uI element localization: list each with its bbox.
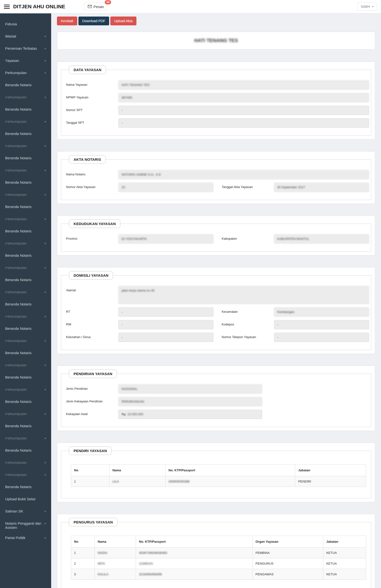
kelurahan-field: - [118, 333, 213, 342]
kabupaten-field: KABUPATEN BANTUL [274, 234, 369, 244]
section-title: PENGURUS YAYASAN [69, 518, 117, 526]
provinsi-field: DI YOGYAKARTA [118, 234, 213, 244]
expand-plus-icon: + [44, 338, 46, 343]
sidebar-item[interactable]: Partai Politik + [0, 532, 51, 544]
pesan-button[interactable]: Pesan [84, 3, 107, 11]
sidebar-item[interactable]: Perkumpulan + [0, 286, 51, 298]
sidebar-item[interactable]: Wasiat + [0, 30, 51, 43]
sidebar-item[interactable]: Beranda Notaris [0, 298, 51, 311]
sidebar-item[interactable]: Perkumpulan + [0, 140, 51, 152]
sidebar-item[interactable]: Perkumpulan + [0, 237, 51, 250]
sidebar-item[interactable]: Beranda Notaris [0, 128, 51, 140]
column-header: No. KTP/Passport [136, 536, 252, 547]
sidebar-item[interactable]: Perkumpulan + [0, 311, 51, 323]
sidebar-item[interactable]: Beranda Notaris [0, 396, 51, 408]
expand-plus-icon: + [44, 473, 46, 477]
sidebar-item[interactable]: Perkumpulan + [0, 116, 51, 128]
sidebar-item[interactable]: Beranda Notaris [0, 250, 51, 262]
sidebar-item-label: Perkumpulan [5, 460, 26, 464]
sidebar-item-label: Fidusia [5, 22, 17, 26]
sidebar-item[interactable]: Perkumpulan + [0, 189, 51, 201]
npwp-yayasan-field: 987456 [118, 93, 369, 102]
sidebar-item[interactable]: Beranda Notaris [0, 104, 51, 116]
sidebar-item[interactable]: Perkumpulan + [0, 262, 51, 274]
expand-plus-icon: + [44, 34, 46, 38]
sidebar-item[interactable]: Beranda Notaris [0, 347, 51, 359]
cell-no: 2 [71, 558, 95, 569]
sidebar-item[interactable]: Beranda Notaris [0, 323, 51, 335]
sidebar-item[interactable]: Beranda Notaris [0, 372, 51, 384]
sidebar-item[interactable]: Yayasan + [0, 55, 51, 67]
section-data-yayasan: DATA YAYASAN Nama Yayasan HATI TENANG TE… [57, 62, 375, 140]
sidebar-item[interactable]: Perkumpulan + [0, 359, 51, 372]
expand-plus-icon: + [44, 241, 46, 245]
sidebar-item-label: Beranda Notaris [5, 326, 31, 331]
field-label: Alamat [66, 286, 118, 292]
sidebar-item[interactable]: Perkumpulan + [0, 335, 51, 347]
sidebar-item-label: Perkumpulan [5, 95, 26, 99]
envelope-icon [88, 5, 92, 9]
table-row: 1 NADIA 4536734634636363 PEMBINA KETUA [71, 547, 366, 558]
expand-plus-icon: + [44, 95, 46, 99]
column-header: Organ Yayasan [252, 536, 323, 547]
sidebar-item[interactable]: Perkumpulan + [0, 67, 51, 79]
section-kedudukan-yayasan: KEDUDUKAN YAYASAN Provinsi DI YOGYAKARTA… [57, 216, 375, 255]
expand-plus-icon: + [44, 314, 46, 318]
sidebar-item[interactable]: Perseroan Terbatas + [0, 43, 51, 55]
sidebar-item-label: Perkumpulan [5, 217, 26, 221]
kembali-button[interactable]: Kembali [57, 17, 77, 25]
cell-nama: MITA [95, 558, 136, 569]
section-title: DATA YAYASAN [69, 65, 106, 74]
sidebar-item[interactable]: Perkumpulan + [0, 164, 51, 177]
sidebar-item[interactable]: Beranda Notaris [0, 420, 51, 432]
sidebar-item-label: Perseroan Terbatas [5, 46, 37, 50]
sidebar-item-label: Beranda Notaris [5, 278, 31, 282]
section-title: AKTA NOTARIS [69, 155, 106, 164]
sidebar-item[interactable]: Perkumpulan + [0, 469, 51, 481]
sidebar-item[interactable]: Beranda Notaris [0, 152, 51, 164]
field-label: Tanggal Akta Yayasan [222, 183, 274, 189]
sidebar-item[interactable]: Upload Bukti Setor [0, 493, 51, 505]
sidebar-item[interactable]: Beranda Notaris [0, 201, 51, 213]
sidebar-item[interactable]: Perkumpulan + [0, 384, 51, 396]
sidebar-item[interactable]: Perkumpulan + [0, 432, 51, 444]
section-title: DOMISILI YAYASAN [69, 271, 113, 280]
sidebar-item[interactable]: Perkumpulan + [0, 213, 51, 225]
field-label: Nama Notaris [66, 170, 118, 176]
user-menu-button[interactable]: SABH [357, 2, 377, 11]
field-label: Kabupaten [222, 234, 274, 240]
section-title: PENDIRIAN YAYASAN [69, 370, 117, 378]
sidebar-item[interactable]: Perkumpulan + [0, 457, 51, 469]
sidebar-item[interactable]: Beranda Notaris [0, 274, 51, 286]
sidebar-item-label: Perkumpulan [5, 266, 26, 270]
sidebar-item[interactable]: Salinan SK + [0, 505, 51, 518]
download-pdf-button[interactable]: Download PDF [78, 17, 109, 25]
sidebar-item[interactable]: Perkumpulan + [0, 408, 51, 420]
field-label: NPWP Yayasan [66, 93, 118, 99]
sidebar-item[interactable]: Beranda Notaris [0, 225, 51, 237]
upload-akta-button[interactable]: Upload Akta [110, 17, 137, 25]
sidebar-item[interactable]: Beranda Notaris [0, 177, 51, 189]
expand-plus-icon: + [44, 192, 46, 197]
sidebar-item[interactable]: Fidusia [0, 18, 51, 30]
currency-prefix: Rp. [122, 412, 127, 416]
expand-plus-icon: + [44, 521, 46, 525]
cell-no: 3 [71, 569, 95, 580]
menu-hamburger-icon[interactable] [4, 4, 10, 10]
sidebar-item[interactable]: Notaris Pengganti dan Asisten + [0, 518, 51, 532]
field-label: Nomor SPT [66, 106, 118, 112]
sidebar-item-label: Beranda Notaris [5, 229, 31, 233]
kodepos-field: - [274, 320, 369, 329]
sidebar-item-label: Beranda Notaris [5, 107, 31, 111]
cell-jabatan: KETUA [323, 558, 366, 569]
expand-plus-icon: + [44, 509, 46, 513]
sidebar-item-label: Yayasan [5, 59, 19, 63]
sidebar-item[interactable]: Beranda Notaris [0, 444, 51, 457]
sidebar-item-label: Beranda Notaris [5, 205, 31, 209]
sidebar-item[interactable]: Beranda Notaris [0, 481, 51, 493]
cell-no: 1 [71, 547, 95, 558]
sidebar-item-label: Beranda Notaris [5, 302, 31, 306]
sidebar-item[interactable]: Perkumpulan + [0, 91, 51, 104]
sidebar-item[interactable]: Beranda Notaris [0, 79, 51, 91]
field-label: Tanggal SPT [66, 118, 118, 125]
